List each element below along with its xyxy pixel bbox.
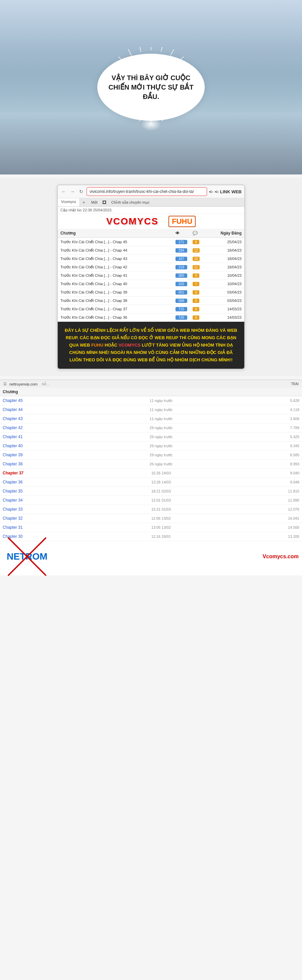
tab-chinh[interactable]: Chỉnh sửa chuyên mục (111, 200, 149, 205)
fuhu-logo: FUHU (168, 216, 196, 227)
chapter-name: Trước Khi Cái Chết Chia [...] - Chap 37 (58, 305, 173, 313)
chapter-name: Trước Khi Cái Chết Chia [...] - Chap 40 (58, 280, 173, 288)
chapter-comments: 6 (190, 305, 202, 313)
site2-chapter-views: 12.076 (279, 507, 299, 511)
site2-chapter-date: 11 ngày trước (43, 417, 279, 421)
site2-chapter-date: 13:28 14/03 (43, 480, 279, 484)
site2-chapter-date: 12:06 13/02 (43, 516, 279, 520)
chapter-row[interactable]: Trước Khi Cái Chết Chia [...] - Chap 44 … (58, 246, 244, 255)
site2-chapter-row[interactable]: Chapter 43 11 ngày trước 2.606 (0, 414, 302, 423)
site2-chapter-views: 11.815 (279, 489, 299, 493)
site2-chapter-row[interactable]: Chapter 35 18:21 02/03 11.815 (0, 487, 302, 496)
chapter-views: 601 (173, 288, 190, 297)
chapter-comments: 10 (190, 255, 202, 263)
site2-chapter-row[interactable]: Chapter 34 12:01 01/03 11.890 (0, 496, 302, 505)
comment-badge: 6 (192, 307, 199, 311)
site2-chapter-row[interactable]: Chapter 37 15:26 24/03 9.040 (0, 469, 302, 478)
site2-chapter-row[interactable]: Chapter 31 13:05 13/02 14.500 (0, 523, 302, 532)
chapter-row[interactable]: Trước Khi Cái Chết Chia [...] - Chap 37 … (58, 305, 244, 313)
site2-chapter-row[interactable]: Chapter 32 12:06 13/02 16.041 (0, 514, 302, 523)
chapter-row[interactable]: Trước Khi Cái Chết Chia [...] - Chap 38 … (58, 297, 244, 305)
chapter-name: Trước Khi Cái Chết Chia [...] - Chap 43 (58, 255, 173, 263)
site2-chapter-list: Chapter 45 11 ngày trước 5.628 Chapter 4… (0, 396, 302, 541)
chapter-row[interactable]: Trước Khi Cái Chết Chia [...] - Chap 42 … (58, 263, 244, 271)
link-web-text: <- LINK WEB (215, 189, 242, 194)
chapter-comments: 5 (190, 297, 202, 305)
site2-chapter-date: 12:16 26/01 (43, 535, 279, 538)
chapter-row[interactable]: Trước Khi Cái Chết Chia [...] - Chap 41 … (58, 271, 244, 280)
site2-chapter-views: 14.500 (279, 525, 299, 530)
chapter-list-header: Chương (0, 388, 302, 396)
overlay-text: ĐÂY LÀ SỰ CHÊNH LỆCH RẤT LỚN VỀ SỐ VIEW … (65, 328, 237, 362)
update-time: Cập nhật lúc 22:38 25/04/2023. (60, 208, 113, 212)
site2-chapter-name: Chapter 39 (3, 453, 43, 457)
back-button[interactable]: ← (60, 188, 67, 195)
comment-badge: 9 (192, 274, 199, 278)
site2-chapter-row[interactable]: Chapter 41 29 ngày trước 5.425 (0, 433, 302, 442)
site2-chapter-date: 29 ngày trước (43, 426, 279, 430)
view-badge: 325 (175, 282, 187, 286)
site2-chapter-views: 7.789 (279, 426, 299, 430)
site2-chapter-name: Chapter 45 (3, 398, 43, 403)
refresh-button[interactable]: ↻ (78, 188, 84, 195)
chapter-comments: 9 (190, 313, 202, 322)
view-badge: 726 (175, 315, 187, 320)
site2-chapter-name: Chapter 35 (3, 489, 43, 493)
site2-chapter-row[interactable]: Chapter 30 12:16 26/01 13.200 (0, 532, 302, 541)
site2-chapter-name: Chapter 38 (3, 461, 43, 466)
site2-chapter-name: Chapter 41 (3, 434, 43, 439)
site2-chapter-row[interactable]: Chapter 40 29 ngày trước 9.345 (0, 442, 302, 450)
svg-line-1 (161, 47, 163, 52)
site2-chapter-date: 29 ngày trước (43, 435, 279, 439)
chapter-date: 14/03/23 (202, 305, 244, 313)
site2-chapter-views: 13.200 (279, 535, 299, 538)
chapter-name: Trước Khi Cái Chết Chia [...] - Chap 39 (58, 288, 173, 297)
view-badge: 219 (175, 265, 187, 269)
chapter-views: 171 (173, 238, 190, 246)
view-badge: 601 (175, 290, 187, 294)
site2-chapter-row[interactable]: Chapter 45 11 ngày trước 5.628 (0, 396, 302, 405)
trai-label: TRAI (291, 382, 299, 386)
chapter-name: Trước Khi Cái Chết Chia [...] - Chap 42 (58, 263, 173, 271)
forward-button[interactable]: → (69, 188, 76, 195)
site2-chapter-row[interactable]: Chapter 42 29 ngày trước 7.789 (0, 423, 302, 433)
tab-add[interactable]: + (80, 198, 88, 206)
comment-badge: 5 (192, 299, 199, 303)
svg-line-2 (170, 49, 174, 56)
chapter-views: 325 (173, 280, 190, 288)
chapter-date: 03/04/23 (202, 288, 244, 297)
chapter-name: Trước Khi Cái Chết Chia [...] - Chap 45 (58, 238, 173, 246)
chapter-row[interactable]: Trước Khi Cái Chết Chia [...] - Chap 40 … (58, 280, 244, 288)
chapter-row[interactable]: Trước Khi Cái Chết Chia [...] - Chap 45 … (58, 238, 244, 246)
chapter-row[interactable]: Trước Khi Cái Chết Chia [...] - Chap 39 … (58, 288, 244, 297)
site2-chapter-name: Chapter 37 (3, 471, 43, 476)
site2-chapter-row[interactable]: Chapter 39 29 ngày trước 8.585 (0, 450, 302, 460)
site2-chapter-date: 29 ngày trước (43, 444, 279, 448)
comment-badge: 7 (192, 282, 199, 286)
tab-moi[interactable]: Mới (91, 200, 98, 205)
header-date (50, 390, 269, 394)
chapter-date: 18/04/23 (202, 255, 244, 263)
speech-bubble: VẬY THÌ BÂY GIỜ CUỘC CHIẾN MỚI THỰC SỰ B… (97, 54, 205, 121)
tab-vcomycs[interactable]: Vcomycs (58, 198, 80, 206)
chapter-comments: 11 (190, 263, 202, 271)
site2-chapter-name: Chapter 32 (3, 516, 43, 521)
site2-chapter-date: 26 ngày trước (43, 462, 279, 466)
chapter-name: Trước Khi Cái Chết Chia [...] - Chap 38 (58, 297, 173, 305)
site2-chapter-row[interactable]: Chapter 36 13:28 14/03 9.048 (0, 478, 302, 487)
chapter-views: 219 (173, 263, 190, 271)
chapter-row[interactable]: Trước Khi Cái Chết Chia [...] - Chap 43 … (58, 255, 244, 263)
vcomycs-logo: VCOMYCS (106, 216, 159, 227)
chapter-row[interactable]: Trước Khi Cái Chết Chia [...] - Chap 36 … (58, 313, 244, 322)
col-views: 👁 (173, 229, 190, 238)
url-bar[interactable] (87, 187, 207, 196)
chapter-views: 294 (173, 246, 190, 255)
vcomycs-bottom-logo: Vcomycs.com (262, 554, 299, 560)
site2-chapter-views: 8.585 (279, 453, 299, 457)
svg-line-21 (139, 47, 141, 52)
chapter-name: Trước Khi Cái Chết Chia [...] - Chap 44 (58, 246, 173, 255)
site2-chapter-views: 2.606 (279, 417, 299, 421)
site2-chapter-row[interactable]: Chapter 33 15:21 01/03 12.076 (0, 505, 302, 514)
site2-chapter-row[interactable]: Chapter 44 11 ngày trước 4.118 (0, 405, 302, 414)
site2-chapter-row[interactable]: Chapter 38 26 ngày trước 8.993 (0, 460, 302, 469)
